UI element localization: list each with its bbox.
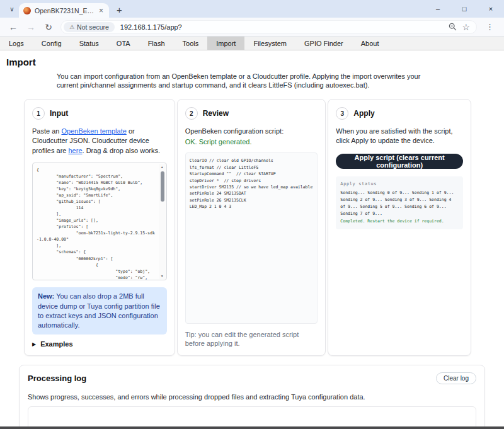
apply-card: 3 Apply When you are satisfied with the … [328,99,471,356]
nav-tab-about[interactable]: About [352,37,388,50]
apply-card-desc: When you are satisfied with the script, … [336,127,463,146]
step-2-badge: 2 [185,107,198,120]
warning-icon: ⚠ [69,24,74,30]
close-tab-icon[interactable]: × [98,6,105,15]
clear-log-button[interactable]: Clear log [436,372,476,384]
browser-titlebar: ∨ OpenBK7231N_E1E928C8 × + – □ × [0,0,504,18]
app-nav: Logs Config Status OTA Flash Tools Impor… [0,37,504,50]
scrollbar-thumb[interactable] [161,171,164,202]
script-generated-status: OK. Script generated. [185,138,318,146]
minimize-button[interactable]: – [425,0,451,18]
url-text: 192.168.1.175/app? [120,23,449,31]
close-window-button[interactable]: × [478,0,504,18]
back-button[interactable]: ← [5,20,21,35]
step-1-badge: 1 [32,107,45,120]
processing-log-card: Processing log Clear log Shows progress,… [19,365,485,426]
apply-status-box: Apply status Sending... Sending 0 of 9..… [336,176,463,230]
examples-toggle[interactable]: ▶ Examples [32,340,167,348]
input-card-desc: Paste an OpenBeken template or Cloudcutt… [32,127,167,156]
nav-tab-ota[interactable]: OTA [108,37,139,50]
new-feature-note: New: You can also drop a 2MB full device… [32,287,167,335]
examples-arrow-icon: ▶ [32,341,36,347]
reload-button[interactable]: ↻ [40,20,57,35]
openbeken-template-link[interactable]: OpenBeken template [61,127,126,135]
nav-tab-logs[interactable]: Logs [0,37,33,50]
chevron-down-icon[interactable]: ∨ [6,3,18,14]
edit-tip: Tip: you can edit the generated script b… [185,330,318,348]
desc-text: Paste an [32,127,61,135]
apply-status-completed: Completed. Restart the device if require… [340,218,459,224]
review-card-title: Review [203,109,229,118]
tab-title: OpenBK7231N_E1E928C8 [35,7,94,14]
nav-tab-gpio-finder[interactable]: GPIO Finder [295,37,352,50]
apply-card-title: Apply [353,109,374,118]
input-card-title: Input [50,109,68,118]
zoom-icon[interactable] [449,23,457,31]
desc-text: . Drag & drop also works. [83,147,161,154]
note-text: You can also drop a 2MB full device dump… [38,292,160,329]
window-controls: – □ × [425,0,504,18]
bookmark-star-icon[interactable]: ☆ [462,22,470,32]
nav-tab-config[interactable]: Config [33,37,71,50]
forward-button[interactable]: → [23,20,39,35]
security-label: Not secure [77,23,109,31]
nav-tab-status[interactable]: Status [71,37,108,50]
cloudcutter-profiles-link[interactable]: here [68,147,82,154]
apply-status-label: Apply status [340,181,459,186]
nav-tab-filesystem[interactable]: Filesystem [244,37,295,50]
apply-status-text: Sending... Sending 0 of 9... Sending 1 o… [340,190,459,217]
examples-label: Examples [40,340,72,348]
browser-toolbar: ← → ↻ ⚠ Not secure 192.168.1.175/app? ☆ … [0,18,504,37]
apply-script-button[interactable]: Apply script (clears current configurati… [336,154,463,169]
generated-script-editor[interactable]: ClearIO // clear old GPIO/channels lfs_f… [185,152,318,323]
browser-tab[interactable]: OpenBK7231N_E1E928C8 × [19,3,109,18]
scroll-up-icon[interactable]: ▲ [161,165,164,169]
openbeken-favicon-icon [23,7,31,14]
json-input-value: { "manufacturer": "Spectrum", "name": "W… [33,163,166,281]
page-title: Import [6,57,504,67]
processing-log-desc: Shows progress, successes, and errors wh… [28,393,476,401]
processing-log-title: Processing log [28,374,86,383]
address-bar[interactable]: ⚠ Not secure 192.168.1.175/app? ☆ [60,20,477,34]
json-input-textarea[interactable]: { "manufacturer": "Spectrum", "name": "W… [32,163,167,281]
nav-tab-flash[interactable]: Flash [139,37,174,50]
nav-tab-import[interactable]: Import [207,37,244,50]
browser-menu-icon[interactable]: ⋮ [481,22,499,31]
script-label: OpenBeken configuration script: [185,127,318,136]
maximize-button[interactable]: □ [451,0,478,18]
new-tab-button[interactable]: + [117,4,122,15]
review-card: 2 Review OpenBeken configuration script:… [177,99,326,356]
import-page: Import You can import configuration from… [0,51,504,426]
nav-tab-tools[interactable]: Tools [174,37,208,50]
scroll-down-icon[interactable]: ▼ [161,274,164,278]
intro-text: You can import configuration from an Ope… [57,72,435,89]
processing-log-output [28,406,476,426]
not-secure-chip[interactable]: ⚠ Not secure [64,22,115,32]
taskbar-edge [0,426,504,429]
step-3-badge: 3 [336,107,348,120]
note-label: New: [38,292,54,300]
steps-row: 1 Input Paste an OpenBeken template or C… [0,99,504,356]
input-card: 1 Input Paste an OpenBeken template or C… [24,99,175,356]
